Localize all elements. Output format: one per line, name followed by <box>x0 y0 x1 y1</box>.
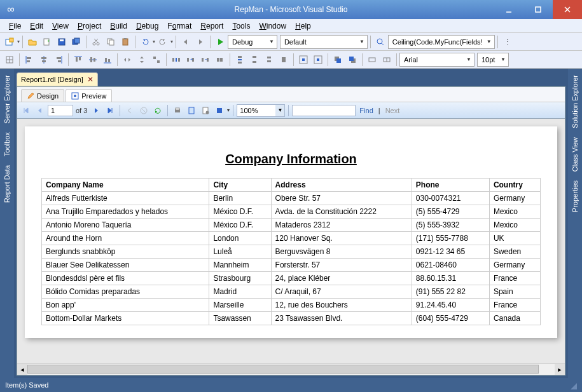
zoom-dropdown[interactable]: ▼ <box>237 104 285 117</box>
design-tab[interactable]: Design <box>21 89 64 102</box>
stop-button[interactable] <box>137 104 150 117</box>
page-setup-button[interactable] <box>199 104 212 117</box>
server-explorer-tab[interactable]: Server Explorer <box>2 72 12 126</box>
toolbar-overflow-icon[interactable]: ⋮ <box>501 35 515 49</box>
svg-rect-19 <box>124 38 127 39</box>
first-page-button[interactable] <box>20 104 32 117</box>
expression-box[interactable]: ▼ <box>388 35 495 49</box>
copy-icon[interactable] <box>104 35 118 49</box>
find-link[interactable]: Find <box>357 107 375 114</box>
svg-rect-48 <box>187 58 189 62</box>
table-cell: 23 Tsawassen Blvd. <box>271 312 412 325</box>
resize-grip-icon[interactable] <box>568 381 577 389</box>
align-left-icon[interactable] <box>22 53 36 67</box>
same-height-icon[interactable] <box>135 53 149 67</box>
back-parent-button[interactable] <box>123 104 136 117</box>
prev-page-button[interactable] <box>34 104 46 117</box>
table-row: Bólido Comidas preparadasMadridC/ Araqui… <box>42 285 541 299</box>
center-horiz-icon[interactable] <box>296 53 310 67</box>
svg-line-21 <box>382 43 384 45</box>
menu-tools[interactable]: Tools <box>228 20 254 32</box>
find-next-link[interactable]: Next <box>383 107 403 114</box>
split-cells-icon[interactable] <box>380 53 394 67</box>
menu-view[interactable]: View <box>48 20 73 32</box>
same-size-icon[interactable] <box>149 53 163 67</box>
same-width-icon[interactable] <box>120 53 134 67</box>
next-page-button[interactable] <box>90 104 102 117</box>
horizontal-scrollbar[interactable]: ◄ ► <box>17 363 565 375</box>
menu-build[interactable]: Build <box>106 20 131 32</box>
close-tab-icon[interactable]: ✕ <box>87 75 94 84</box>
scroll-left-icon[interactable]: ◄ <box>17 364 27 375</box>
send-back-icon[interactable] <box>345 53 359 67</box>
h-space-dec-icon[interactable]: − <box>198 53 212 67</box>
v-space-rem-icon[interactable] <box>277 53 291 67</box>
merge-cells-icon[interactable] <box>365 53 379 67</box>
menu-project[interactable]: Project <box>74 20 105 32</box>
align-right-icon[interactable] <box>52 53 66 67</box>
save-icon[interactable] <box>55 35 69 49</box>
solution-platform-dropdown[interactable]: ▼ <box>280 35 368 49</box>
align-bottom-icon[interactable] <box>100 53 114 67</box>
scroll-right-icon[interactable]: ► <box>555 364 565 375</box>
h-space-equal-icon[interactable] <box>169 53 183 67</box>
nav-back-icon[interactable] <box>179 35 193 49</box>
align-middle-icon[interactable] <box>86 53 100 67</box>
export-button[interactable] <box>213 104 226 117</box>
class-view-tab[interactable]: Class View <box>570 135 580 174</box>
save-all-icon[interactable] <box>69 35 83 49</box>
preview-tab[interactable]: Preview <box>66 89 112 102</box>
h-space-inc-icon[interactable]: + <box>184 53 198 67</box>
svg-rect-38 <box>90 57 92 62</box>
new-project-icon[interactable] <box>3 35 17 49</box>
align-grid-icon[interactable] <box>3 53 17 67</box>
svg-rect-42 <box>108 59 110 62</box>
solution-config-dropdown[interactable]: ▼ <box>228 35 277 49</box>
maximize-button[interactable] <box>523 0 553 19</box>
v-space-dec-icon[interactable] <box>262 53 276 67</box>
undo-icon[interactable] <box>138 35 152 49</box>
start-debug-button[interactable] <box>213 35 227 49</box>
window-title: RepMan - Microsoft Visual Studio <box>235 5 348 14</box>
open-icon[interactable] <box>25 35 39 49</box>
bring-front-icon[interactable] <box>331 53 345 67</box>
redo-icon[interactable] <box>156 35 170 49</box>
cut-icon[interactable] <box>89 35 103 49</box>
menu-help[interactable]: Help <box>291 20 315 32</box>
menu-debug[interactable]: Debug <box>132 20 162 32</box>
print-layout-button[interactable] <box>185 104 198 117</box>
solution-explorer-tab[interactable]: Solution Explorer <box>570 72 580 131</box>
add-item-icon[interactable]: + <box>40 35 54 49</box>
table-cell: Luleå <box>209 245 271 259</box>
font-size-dropdown[interactable]: ▼ <box>477 53 509 67</box>
nav-fwd-icon[interactable] <box>193 35 207 49</box>
close-button[interactable] <box>553 0 582 19</box>
menu-file[interactable]: File <box>5 20 25 32</box>
refresh-button[interactable] <box>151 104 164 117</box>
v-space-inc-icon[interactable] <box>247 53 261 67</box>
report-preview-scroll[interactable]: Company Information Company NameCityAddr… <box>17 119 565 363</box>
last-page-button[interactable] <box>104 104 116 117</box>
report-data-tab[interactable]: Report Data <box>2 163 12 205</box>
scroll-thumb[interactable] <box>27 365 539 374</box>
print-button[interactable] <box>171 104 184 117</box>
find-input[interactable] <box>292 105 356 116</box>
minimize-button[interactable] <box>494 0 523 19</box>
toolbox-tab[interactable]: Toolbox <box>2 130 12 159</box>
paste-icon[interactable] <box>118 35 132 49</box>
document-tab[interactable]: Report1.rdl [Design] ✕ <box>17 72 98 86</box>
find-icon[interactable] <box>373 35 387 49</box>
svg-rect-36 <box>79 57 81 60</box>
menu-edit[interactable]: Edit <box>26 20 47 32</box>
current-page-input[interactable] <box>48 105 73 116</box>
h-space-rem-icon[interactable] <box>213 53 227 67</box>
menu-report[interactable]: Report <box>197 20 227 32</box>
v-space-equal-icon[interactable] <box>233 53 247 67</box>
align-top-icon[interactable] <box>71 53 85 67</box>
font-family-dropdown[interactable]: ▼ <box>399 53 475 67</box>
center-vert-icon[interactable] <box>311 53 325 67</box>
menu-window[interactable]: Window <box>255 20 290 32</box>
properties-tab[interactable]: Properties <box>570 178 580 215</box>
align-center-icon[interactable] <box>37 53 51 67</box>
menu-format[interactable]: Format <box>163 20 195 32</box>
